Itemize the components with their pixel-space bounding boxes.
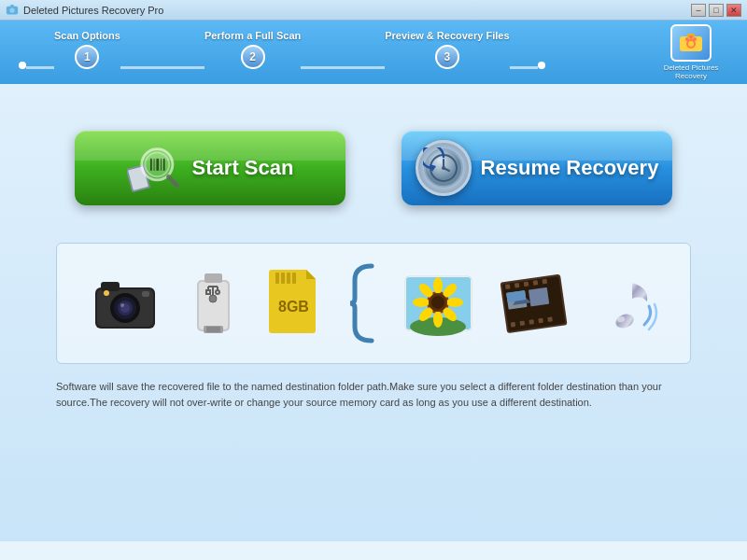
svg-rect-79 bbox=[519, 320, 525, 326]
start-scan-button[interactable]: Start Scan bbox=[75, 131, 345, 205]
step-3-label: Preview & Recovery Files bbox=[385, 30, 509, 41]
svg-point-9 bbox=[685, 37, 689, 41]
svg-rect-38 bbox=[204, 273, 222, 283]
svg-rect-72 bbox=[532, 280, 538, 286]
svg-point-39 bbox=[209, 295, 217, 302]
photo-icon bbox=[403, 269, 473, 339]
svg-point-63 bbox=[413, 298, 430, 307]
resume-recovery-button[interactable]: Resume Recovery bbox=[402, 131, 672, 205]
svg-rect-75 bbox=[529, 287, 549, 306]
svg-rect-78 bbox=[510, 321, 515, 327]
svg-rect-18 bbox=[162, 158, 164, 170]
line-2-3 bbox=[301, 66, 385, 69]
svg-rect-50 bbox=[287, 273, 290, 284]
svg-point-5 bbox=[688, 41, 694, 47]
camera-icon bbox=[88, 271, 162, 336]
buttons-row: Start Scan bbox=[75, 131, 672, 205]
svg-rect-34 bbox=[142, 291, 149, 297]
title-bar: Deleted Pictures Recovery Pro – □ ✕ bbox=[0, 0, 747, 21]
steps-bar: Scan Options 1 Perform a Full Scan 2 Pre… bbox=[0, 21, 747, 84]
close-button[interactable]: ✕ bbox=[726, 4, 741, 17]
step-1: Scan Options 1 bbox=[54, 30, 120, 69]
step-2-label: Perform a Full Scan bbox=[204, 30, 301, 41]
svg-point-66 bbox=[431, 296, 444, 309]
svg-point-61 bbox=[433, 311, 443, 328]
logo-text: Deleted PicturesRecovery bbox=[664, 63, 719, 80]
music-icon bbox=[593, 269, 658, 339]
maximize-button[interactable]: □ bbox=[709, 4, 724, 17]
svg-rect-81 bbox=[538, 317, 543, 323]
line-after-3 bbox=[510, 66, 538, 69]
svg-point-33 bbox=[120, 303, 124, 307]
svg-point-1 bbox=[9, 7, 14, 12]
logo-area: Deleted PicturesRecovery bbox=[654, 24, 728, 80]
usb-drive-icon bbox=[188, 266, 239, 341]
sd-card-icon: 8GB bbox=[264, 270, 320, 337]
svg-point-57 bbox=[433, 277, 443, 294]
line-1-2 bbox=[120, 66, 204, 69]
step-1-label: Scan Options bbox=[54, 30, 120, 41]
svg-line-19 bbox=[168, 176, 176, 185]
svg-point-7 bbox=[689, 35, 693, 39]
minimize-button[interactable]: – bbox=[691, 4, 706, 17]
step-2: Perform a Full Scan 2 bbox=[204, 30, 301, 69]
svg-rect-51 bbox=[292, 273, 296, 284]
step-start-dot bbox=[19, 62, 26, 69]
line-before-1 bbox=[26, 66, 54, 69]
svg-rect-15 bbox=[153, 158, 154, 170]
svg-rect-80 bbox=[529, 319, 534, 325]
svg-rect-17 bbox=[161, 158, 162, 170]
window-controls: – □ ✕ bbox=[691, 4, 741, 17]
steps-container: Scan Options 1 Perform a Full Scan 2 Pre… bbox=[19, 30, 654, 75]
step-2-circle: 2 bbox=[241, 45, 265, 69]
app-icon bbox=[6, 4, 19, 17]
svg-rect-69 bbox=[505, 284, 511, 289]
bottom-description: Software will save the recovered file to… bbox=[56, 379, 691, 410]
svg-rect-28 bbox=[101, 282, 120, 291]
svg-point-59 bbox=[446, 298, 463, 307]
step-3-circle: 3 bbox=[435, 45, 459, 69]
svg-rect-70 bbox=[514, 282, 519, 287]
svg-point-35 bbox=[104, 290, 109, 296]
svg-rect-47 bbox=[206, 327, 220, 332]
svg-rect-49 bbox=[281, 273, 285, 284]
resume-icon bbox=[416, 140, 472, 196]
svg-point-8 bbox=[693, 37, 697, 41]
bracket-icon bbox=[345, 261, 378, 345]
icons-panel: 8GB bbox=[56, 243, 691, 364]
start-scan-label: Start Scan bbox=[192, 156, 294, 180]
logo-icon bbox=[670, 24, 712, 62]
svg-rect-82 bbox=[547, 316, 553, 322]
scan-icon bbox=[127, 140, 183, 196]
window-title: Deleted Pictures Recovery Pro bbox=[23, 5, 691, 16]
step-3: Preview & Recovery Files 3 bbox=[385, 30, 509, 69]
film-strip-icon bbox=[499, 269, 569, 339]
svg-point-25 bbox=[442, 166, 445, 170]
svg-text:8GB: 8GB bbox=[278, 299, 309, 315]
svg-rect-14 bbox=[150, 158, 152, 170]
step-1-circle: 1 bbox=[75, 45, 99, 69]
step-end-dot bbox=[538, 62, 545, 69]
main-content: Start Scan bbox=[0, 84, 747, 541]
svg-rect-73 bbox=[542, 278, 547, 284]
svg-rect-48 bbox=[275, 273, 279, 284]
resume-recovery-label: Resume Recovery bbox=[481, 156, 659, 180]
svg-rect-16 bbox=[156, 158, 159, 170]
svg-rect-2 bbox=[10, 4, 14, 7]
svg-rect-71 bbox=[523, 281, 529, 287]
